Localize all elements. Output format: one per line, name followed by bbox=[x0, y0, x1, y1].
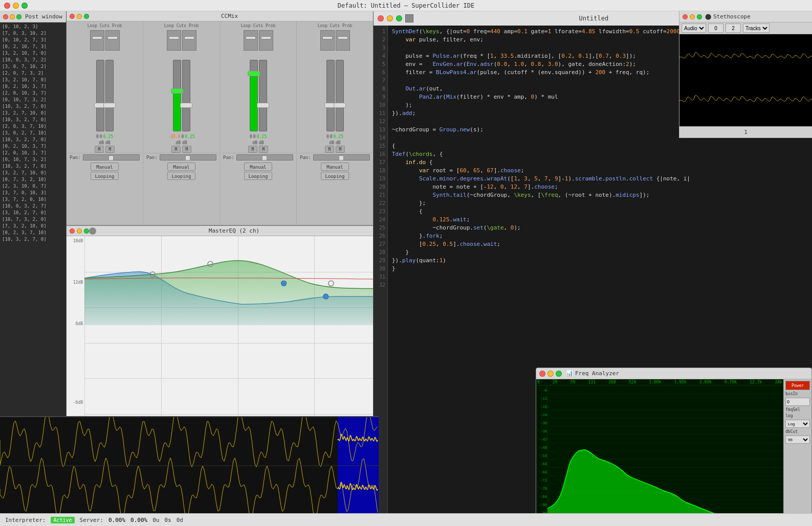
steth-tracks-select[interactable]: Tracks bbox=[743, 24, 770, 33]
ch4-manual-btn[interactable]: Manual bbox=[321, 163, 349, 171]
eq-green-fill bbox=[84, 261, 373, 326]
ch3-fader-handle-l[interactable] bbox=[248, 71, 260, 76]
steth-min[interactable] bbox=[690, 14, 695, 19]
freq-label-12k: 12.7k bbox=[750, 380, 762, 384]
ch2-fader-handle-l[interactable] bbox=[171, 88, 183, 94]
ch2-fader-group bbox=[173, 55, 190, 131]
ch2-pan-slider[interactable] bbox=[160, 154, 216, 161]
steth-close[interactable] bbox=[683, 14, 688, 19]
freq-db-n18: -18 bbox=[536, 405, 547, 409]
ch2-manual-btn[interactable]: Manual bbox=[167, 163, 195, 171]
ch3-fader-handle-r[interactable] bbox=[257, 103, 269, 108]
ch1-pan-handle[interactable] bbox=[108, 155, 114, 161]
ch2-mute[interactable]: M bbox=[171, 146, 181, 153]
ch2-fader-r[interactable] bbox=[182, 60, 190, 131]
ch1-mute[interactable]: M bbox=[95, 146, 104, 153]
post-line: [2, 0, 7, 3, 2] bbox=[2, 70, 64, 77]
ch2-fader-handle-r[interactable] bbox=[180, 103, 192, 108]
window-title: Default: Untitled – SuperCollider IDE bbox=[338, 2, 474, 9]
ch4-fader-l[interactable] bbox=[326, 60, 335, 131]
ch3-pan-slider[interactable] bbox=[236, 154, 293, 161]
ch1-fader-l[interactable] bbox=[96, 60, 104, 131]
freq-log-label: log bbox=[785, 414, 810, 418]
steth-audio-select[interactable]: Audio bbox=[682, 24, 706, 33]
ch3-looping-btn[interactable]: Looping bbox=[244, 172, 272, 180]
freq-max[interactable] bbox=[556, 371, 562, 377]
code-line: 0.125.wait; bbox=[392, 216, 808, 224]
editor-max[interactable] bbox=[396, 15, 402, 21]
ch3-fader-r[interactable] bbox=[259, 60, 267, 131]
ch2-pan-handle[interactable] bbox=[185, 155, 190, 161]
ch4-db-l: dB bbox=[329, 141, 334, 145]
freq-db-n24: -24 bbox=[536, 413, 547, 417]
server-mem3: 0d bbox=[177, 517, 183, 523]
freq-close[interactable] bbox=[539, 371, 545, 377]
ch2-looping-btn[interactable]: Looping bbox=[167, 172, 195, 180]
freq-dbcut-select[interactable]: 96 48 bbox=[785, 436, 810, 444]
ch1-looping-btn[interactable]: Looping bbox=[91, 172, 119, 180]
eq-grid-h5 bbox=[84, 414, 373, 415]
post-line: [3, 0, 7, 10, 2] bbox=[2, 63, 64, 70]
ch1-pan-slider[interactable] bbox=[83, 154, 140, 161]
freq-busin-input[interactable] bbox=[785, 398, 810, 406]
code-line: { bbox=[392, 142, 808, 150]
ch4-mute[interactable]: M bbox=[325, 146, 334, 153]
ch1-manual-btn[interactable]: Manual bbox=[91, 163, 119, 171]
freq-db-n72: -72 bbox=[536, 478, 547, 483]
ccmix-max[interactable] bbox=[84, 14, 89, 19]
steth-num2-input[interactable] bbox=[726, 24, 741, 33]
eq-close[interactable] bbox=[70, 228, 75, 234]
maximize-button[interactable] bbox=[21, 3, 28, 9]
ch1-fader-r[interactable] bbox=[105, 60, 114, 131]
ch1-fader-handle-r[interactable] bbox=[103, 103, 116, 108]
ch4-fader-handle-r[interactable] bbox=[334, 103, 346, 108]
pw-max[interactable] bbox=[16, 14, 21, 19]
eq-min[interactable] bbox=[77, 228, 82, 234]
lc-label-4: Loop Cuts Prob bbox=[318, 24, 352, 28]
line-number: 22 bbox=[374, 199, 385, 208]
eq-point-4[interactable] bbox=[328, 281, 334, 286]
ch3-fader-l[interactable] bbox=[250, 60, 258, 131]
ch4-solo[interactable]: M bbox=[336, 146, 345, 153]
ch4-pan-slider[interactable] bbox=[313, 154, 370, 161]
post-line: [2, 0, 3, 7, 10] bbox=[2, 123, 64, 130]
steth-max[interactable] bbox=[697, 14, 702, 19]
freq-min[interactable] bbox=[547, 371, 554, 377]
eq-max[interactable] bbox=[84, 228, 89, 234]
minimize-button[interactable] bbox=[13, 3, 19, 9]
pw-min[interactable] bbox=[10, 14, 15, 19]
ch4-fader-r[interactable] bbox=[336, 60, 344, 131]
ch4-level-2: 0.25 bbox=[334, 134, 343, 139]
ch3-manual-btn[interactable]: Manual bbox=[244, 163, 272, 171]
ccmix-title: CCMix bbox=[89, 13, 370, 19]
post-line: [3, 2, 7, 10, 0] bbox=[2, 110, 64, 117]
ccmix-min[interactable] bbox=[77, 14, 82, 19]
freq-log-select[interactable]: Log Lin bbox=[785, 420, 810, 428]
eq-point-5[interactable] bbox=[323, 294, 328, 299]
freq-power-btn[interactable]: Power bbox=[785, 381, 810, 390]
post-line: [10, 0, 3, 7, 2] bbox=[2, 57, 64, 63]
line-number: 4 bbox=[374, 52, 385, 60]
ch1-solo[interactable]: M bbox=[105, 146, 115, 153]
ch3-db-r: dB bbox=[259, 141, 264, 145]
ccmix-header: CCMix bbox=[67, 11, 373, 21]
ch3-pan-handle[interactable] bbox=[262, 155, 267, 161]
editor-min[interactable] bbox=[387, 15, 393, 21]
eq-point-3[interactable] bbox=[281, 281, 287, 286]
ch2-fader-l[interactable] bbox=[173, 60, 181, 131]
ch2-solo[interactable]: M bbox=[182, 146, 191, 153]
ccmix-close[interactable] bbox=[70, 14, 75, 19]
server-mem2: 0s bbox=[164, 517, 171, 523]
ch4-looping-btn[interactable]: Looping bbox=[321, 172, 349, 180]
pw-close[interactable] bbox=[3, 14, 8, 19]
ch4-level-0: 0 bbox=[326, 134, 329, 139]
ch3-mute[interactable]: M bbox=[248, 146, 257, 153]
steth-num1-input[interactable] bbox=[708, 24, 723, 33]
ch3-solo[interactable]: M bbox=[259, 146, 268, 153]
ch2-mode: Manual Looping bbox=[166, 162, 196, 181]
line-number: 6 bbox=[374, 68, 385, 77]
editor-close[interactable] bbox=[378, 15, 384, 21]
save-icon[interactable] bbox=[405, 14, 413, 22]
ch4-pan-handle[interactable] bbox=[339, 155, 344, 161]
close-button[interactable] bbox=[4, 3, 10, 9]
